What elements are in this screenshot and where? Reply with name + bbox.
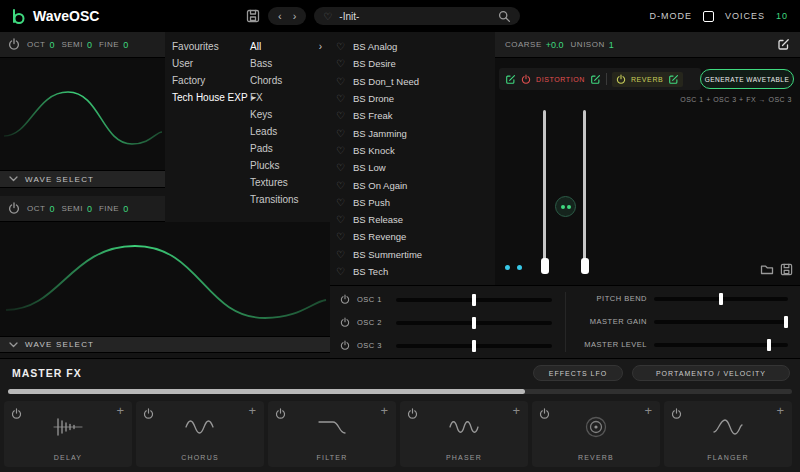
osc2-fine-control[interactable]: FINE0 (99, 204, 128, 214)
folder-item-favourites[interactable]: Favourites (172, 38, 256, 55)
add-icon[interactable]: + (380, 403, 388, 418)
folder-item-tech-house-exp[interactable]: Tech House EXP▸ (172, 89, 256, 106)
coarse-control[interactable]: COARSE+0.0 (505, 40, 564, 50)
folder-item-user[interactable]: User (172, 55, 256, 72)
heart-icon[interactable]: ♡ (336, 231, 345, 242)
category-item-fx[interactable]: FX (250, 89, 322, 106)
edit-icon[interactable] (505, 74, 516, 85)
effects-lfo-button[interactable]: EFFECTS LFO (533, 365, 623, 381)
heart-icon[interactable]: ♡ (336, 180, 345, 191)
master-level-slider[interactable] (654, 343, 788, 347)
morph-slider-2[interactable] (583, 110, 586, 270)
morph-slider-1[interactable] (543, 110, 546, 270)
edit-icon[interactable] (668, 74, 679, 85)
fx-scrollbar[interactable] (8, 389, 792, 394)
heart-icon[interactable]: ♡ (336, 110, 345, 121)
heart-icon[interactable]: ♡ (336, 214, 345, 225)
preset-item[interactable]: ♡BS Analog (336, 38, 488, 55)
heart-icon[interactable]: ♡ (336, 197, 345, 208)
power-icon[interactable] (616, 74, 626, 85)
add-icon[interactable]: + (512, 403, 520, 418)
pitch-bend-slider[interactable] (654, 297, 788, 301)
preset-item[interactable]: ♡BS On Again (336, 176, 488, 193)
heart-icon[interactable]: ♡ (336, 58, 345, 69)
heart-icon[interactable]: ♡ (336, 76, 345, 87)
heart-icon[interactable]: ♡ (336, 145, 345, 156)
osc2-waveform[interactable] (0, 222, 330, 336)
osc2-semi-control[interactable]: SEMI0 (61, 204, 92, 214)
generate-wavetable-button[interactable]: GENERATE WAVETABLE (700, 69, 794, 89)
prev-preset-button[interactable]: ‹ (278, 10, 282, 22)
page-dot[interactable] (517, 265, 522, 270)
heart-icon[interactable]: ♡ (336, 93, 345, 104)
link-sliders-button[interactable] (555, 196, 576, 217)
search-icon[interactable] (498, 10, 511, 23)
preset-item[interactable]: ♡BS Don_t Need (336, 73, 488, 90)
heart-icon[interactable]: ♡ (336, 128, 345, 139)
category-item-leads[interactable]: Leads (250, 123, 322, 140)
unison-control[interactable]: UNISON1 (571, 40, 614, 50)
power-icon[interactable] (8, 38, 20, 51)
add-icon[interactable]: + (644, 403, 652, 418)
distortion-slot-label[interactable]: DISTORTION (536, 76, 585, 83)
power-icon[interactable] (671, 408, 682, 420)
osc2-level-slider[interactable] (396, 321, 552, 325)
folder-icon[interactable] (760, 262, 774, 276)
preset-item[interactable]: ♡BS Low (336, 159, 488, 176)
preset-item[interactable]: ♡BS Revenge (336, 228, 488, 245)
next-preset-button[interactable]: › (293, 10, 297, 22)
heart-icon[interactable]: ♡ (336, 162, 345, 173)
master-gain-slider[interactable] (654, 320, 788, 324)
power-icon[interactable] (275, 408, 286, 420)
power-icon[interactable] (11, 408, 22, 420)
osc1-waveform[interactable] (0, 58, 165, 170)
preset-item[interactable]: ♡BS Freak (336, 107, 488, 124)
add-icon[interactable]: + (116, 403, 124, 418)
page-dot[interactable] (505, 265, 510, 270)
preset-item[interactable]: ♡BS Drone (336, 90, 488, 107)
fx-scrollbar-thumb[interactable] (8, 389, 525, 394)
d-mode-checkbox[interactable] (703, 11, 714, 22)
slider-handle[interactable] (541, 258, 549, 274)
fx-module-filter[interactable]: + FILTER (268, 401, 396, 467)
category-item-plucks[interactable]: Plucks (250, 157, 322, 174)
save-preset-icon[interactable] (246, 9, 260, 23)
add-icon[interactable]: + (776, 403, 784, 418)
power-icon[interactable] (143, 408, 154, 420)
category-item-keys[interactable]: Keys (250, 106, 322, 123)
fx-module-delay[interactable]: + DELAY (4, 401, 132, 467)
osc1-semi-control[interactable]: SEMI0 (61, 40, 92, 50)
fx-module-flanger[interactable]: + FLANGER (664, 401, 792, 467)
power-icon[interactable] (521, 74, 531, 85)
osc1-fine-control[interactable]: FINE0 (99, 40, 128, 50)
heart-icon[interactable]: ♡ (336, 41, 345, 52)
category-item-chords[interactable]: Chords (250, 72, 322, 89)
favourite-heart-icon[interactable]: ♡ (323, 11, 332, 22)
category-item-bass[interactable]: Bass (250, 55, 322, 72)
preset-item[interactable]: ♡BS Push (336, 194, 488, 211)
fx-module-phaser[interactable]: + PHASER (400, 401, 528, 467)
fx-module-reverb[interactable]: + REVERB (532, 401, 660, 467)
power-icon[interactable] (8, 202, 20, 215)
category-item-all[interactable]: All› (250, 38, 322, 55)
save-icon[interactable] (780, 263, 793, 276)
edit-icon[interactable] (590, 74, 601, 85)
power-icon[interactable] (340, 340, 350, 351)
edit-icon[interactable] (777, 38, 790, 51)
preset-item[interactable]: ♡BS Tech (336, 263, 488, 278)
preset-field[interactable]: ♡ -Init- (314, 7, 520, 25)
preset-item[interactable]: ♡BS Release (336, 211, 488, 228)
heart-icon[interactable]: ♡ (336, 249, 345, 260)
preset-item[interactable]: ♡BS Desire (336, 55, 488, 72)
category-item-textures[interactable]: Textures (250, 174, 322, 191)
category-item-transitions[interactable]: Transitions (250, 191, 322, 208)
reverb-slot-label[interactable]: REVERB (631, 76, 663, 83)
power-icon[interactable] (340, 294, 350, 305)
portamento-velocity-button[interactable]: PORTAMENTO / VELOCITY (632, 365, 790, 381)
add-icon[interactable]: + (248, 403, 256, 418)
preset-item[interactable]: ♡BS Jamming (336, 124, 488, 141)
fx-module-chorus[interactable]: + CHORUS (136, 401, 264, 467)
osc2-wave-select[interactable]: WAVE SELECT (0, 336, 330, 353)
osc1-wave-select[interactable]: WAVE SELECT (0, 170, 165, 188)
osc2-oct-control[interactable]: OCT0 (27, 204, 54, 214)
